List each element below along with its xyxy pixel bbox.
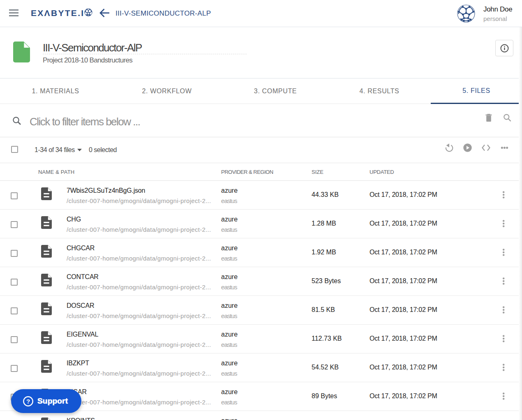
- svg-text:?: ?: [26, 398, 30, 405]
